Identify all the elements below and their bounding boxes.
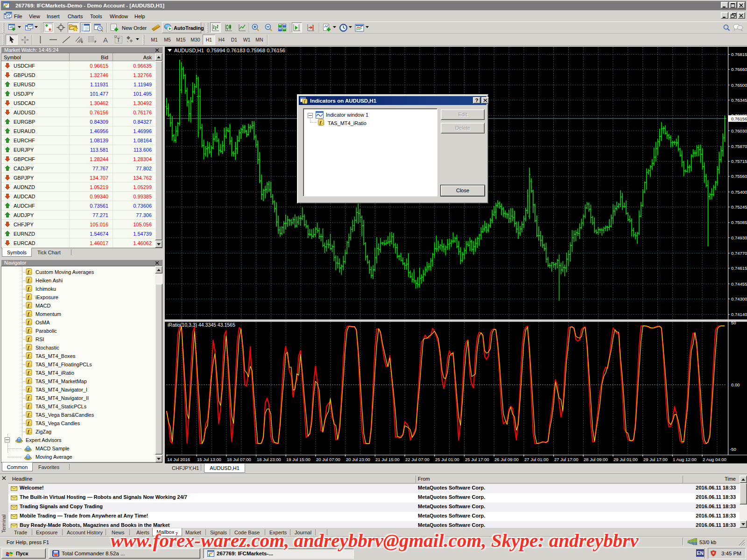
svg-text:26 Jul 09:00: 26 Jul 09:00 [494,457,519,462]
svg-text:0.74140: 0.74140 [731,312,747,317]
svg-text:0.74455: 0.74455 [731,281,747,287]
svg-text:50: 50 [731,320,736,325]
svg-text:T: T [117,37,120,43]
svg-text:0.00: 0.00 [731,382,740,387]
svg-text:20 Jul 07:00: 20 Jul 07:00 [316,457,340,462]
svg-text:0.76500: 0.76500 [731,83,747,88]
svg-text:21 Jul 15:00: 21 Jul 15:00 [375,457,400,462]
svg-text:25 Jul 17:00: 25 Jul 17:00 [465,457,489,462]
svg-text:22 Jul 07:00: 22 Jul 07:00 [405,457,430,462]
svg-text:0.74930: 0.74930 [731,235,747,240]
svg-text:0.76030: 0.76030 [731,128,747,133]
svg-text:E: E [81,40,83,43]
svg-text:0.76345: 0.76345 [731,98,747,103]
svg-text:0.75245: 0.75245 [731,204,747,210]
svg-text:20 Jul 23:00: 20 Jul 23:00 [346,457,370,462]
svg-text:0.76156: 0.76156 [731,116,747,121]
svg-text:AUDUSD,H1 0.75994 0.76183 0.7: AUDUSD,H1 0.75994 0.76183 0.75968 0.7615… [174,48,285,53]
svg-text:0.76660: 0.76660 [731,67,747,72]
svg-text:-50: -50 [730,447,736,452]
svg-text:25 Jul 01:00: 25 Jul 01:00 [435,457,459,462]
svg-text:0.74300: 0.74300 [731,296,747,301]
svg-text:18 Jul 07:00: 18 Jul 07:00 [227,457,251,462]
svg-text:0.75870: 0.75870 [731,144,747,149]
svg-text:0.75400: 0.75400 [731,189,747,195]
svg-text:F: F [95,40,97,43]
svg-text:27 Jul 01:00: 27 Jul 01:00 [524,457,549,462]
svg-text:14 Jul 2016: 14 Jul 2016 [167,457,190,462]
svg-text:28 Jul 09:00: 28 Jul 09:00 [584,457,608,462]
svg-text:29 Jul 01:00: 29 Jul 01:00 [613,457,638,462]
svg-text:0.74770: 0.74770 [731,251,747,256]
svg-text:iRatio(10,3,3) 44.3345 43.1565: iRatio(10,3,3) 44.3345 43.1565 [168,322,235,328]
svg-text:27 Jul 17:00: 27 Jul 17:00 [554,457,578,462]
svg-text:0.75715: 0.75715 [731,159,747,164]
svg-text:19 Jul 15:00: 19 Jul 15:00 [286,457,310,462]
svg-text:0.75560: 0.75560 [731,174,747,179]
svg-text:0.75085: 0.75085 [731,220,747,225]
svg-text:1 Aug 12:00: 1 Aug 12:00 [673,457,697,462]
svg-text:18 Jul 23:00: 18 Jul 23:00 [257,457,281,462]
svg-text:A: A [103,36,108,43]
svg-text:0.76815: 0.76815 [731,52,747,57]
svg-text:2 Aug 04:00: 2 Aug 04:00 [703,457,726,462]
svg-text:0.74615: 0.74615 [731,266,747,271]
svg-text:29 Jul 17:00: 29 Jul 17:00 [643,457,668,462]
svg-text:15 Jul 13:00: 15 Jul 13:00 [197,457,221,462]
